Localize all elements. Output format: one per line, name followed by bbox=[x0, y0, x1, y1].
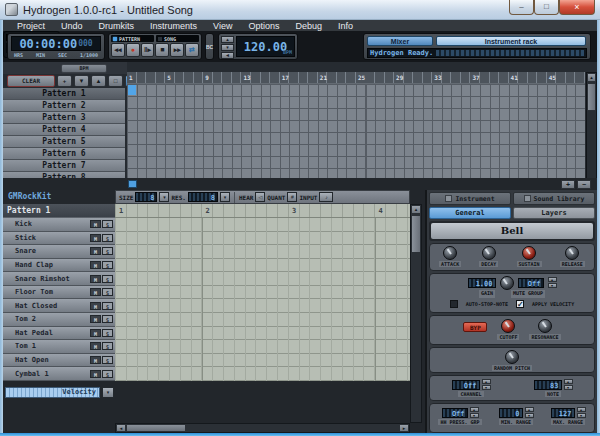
stop-button[interactable]: ■ bbox=[155, 43, 169, 57]
song-timeline-ruler[interactable]: 15913172125293337414549 bbox=[127, 72, 585, 84]
horizontal-scroll-thumb[interactable] bbox=[126, 424, 186, 432]
tab-sound-library[interactable]: Sound library bbox=[513, 192, 595, 205]
rewind-button[interactable]: ◂◂ bbox=[111, 43, 125, 57]
pattern-row-6[interactable]: Pattern 6 bbox=[3, 148, 125, 160]
pattern-row-7[interactable]: Pattern 7 bbox=[3, 160, 125, 172]
forward-button[interactable]: ▸▸ bbox=[170, 43, 184, 57]
pattern-row-1[interactable]: Pattern 1 bbox=[3, 88, 125, 100]
metronome-button[interactable]: ◄ bbox=[221, 52, 234, 59]
active-sequence-cell[interactable] bbox=[128, 85, 136, 95]
pattern-editor-vertical-scrollbar[interactable]: ▴ bbox=[410, 204, 422, 423]
spin-up-icon[interactable]: ▴ bbox=[548, 277, 557, 282]
song-editor-vertical-scrollbar[interactable]: ▴ bbox=[586, 72, 597, 180]
instrument-row-kick[interactable]: KickMS bbox=[3, 218, 115, 232]
pattern-row-2[interactable]: Pattern 2 bbox=[3, 100, 125, 112]
tab-layers[interactable]: Layers bbox=[513, 207, 595, 219]
tab-instrument[interactable]: Instrument bbox=[429, 192, 511, 205]
note-property-dropdown-button[interactable]: ▾ bbox=[102, 387, 114, 398]
note-grid[interactable] bbox=[115, 218, 410, 381]
pattern-row-3[interactable]: Pattern 3 bbox=[3, 112, 125, 124]
solo-button[interactable]: S bbox=[102, 220, 113, 228]
clear-pattern-sequence-button[interactable]: CLEAR bbox=[7, 75, 55, 87]
apply-velocity-checkbox[interactable] bbox=[516, 300, 524, 308]
mute-button[interactable]: M bbox=[90, 220, 101, 228]
solo-button[interactable]: S bbox=[102, 329, 113, 337]
menu-item-options[interactable]: Options bbox=[240, 21, 287, 31]
spin-down-icon[interactable]: ▾ bbox=[525, 413, 534, 418]
zoom-out-button[interactable]: − bbox=[577, 180, 591, 189]
instrument-row-hand-clap[interactable]: Hand ClapMS bbox=[3, 259, 115, 273]
solo-button[interactable]: S bbox=[102, 315, 113, 323]
instrument-row-tom-2[interactable]: Tom 2MS bbox=[3, 313, 115, 327]
solo-button[interactable]: S bbox=[102, 247, 113, 255]
quantize-button[interactable]: # bbox=[287, 192, 297, 202]
select-mode-button[interactable]: □ bbox=[108, 75, 123, 87]
max-range-spinner[interactable]: ▴ ▾ bbox=[577, 407, 586, 418]
note-spinner[interactable]: ▴ ▾ bbox=[564, 379, 573, 390]
song-mode-toggle[interactable]: SONG bbox=[156, 35, 199, 42]
add-pattern-button[interactable]: + bbox=[57, 75, 72, 87]
mute-button[interactable]: M bbox=[90, 342, 101, 350]
resonance-knob[interactable] bbox=[538, 319, 552, 333]
instrument-row-hat-open[interactable]: Hat OpenMS bbox=[3, 354, 115, 368]
spin-down-icon[interactable]: ▾ bbox=[577, 413, 586, 418]
spin-up-icon[interactable]: ▴ bbox=[564, 379, 573, 384]
instrument-row-floor-tom[interactable]: Floor TomMS bbox=[3, 286, 115, 300]
mute-button[interactable]: M bbox=[90, 356, 101, 364]
loop-button[interactable]: ⇄ bbox=[185, 43, 199, 57]
beat-counter-button[interactable]: BC bbox=[205, 33, 214, 60]
solo-button[interactable]: S bbox=[102, 234, 113, 242]
spin-down-icon[interactable]: ▾ bbox=[548, 283, 557, 288]
solo-button[interactable]: S bbox=[102, 275, 113, 283]
random-pitch-knob[interactable] bbox=[505, 350, 519, 364]
instrument-row-hat-closed[interactable]: Hat ClosedMS bbox=[3, 299, 115, 313]
menu-item-instruments[interactable]: Instruments bbox=[142, 21, 205, 31]
instrument-row-hat-pedal[interactable]: Hat PedalMS bbox=[3, 327, 115, 341]
mute-button[interactable]: M bbox=[90, 329, 101, 337]
menu-item-undo[interactable]: Undo bbox=[53, 21, 91, 31]
spin-up-icon[interactable]: ▴ bbox=[482, 379, 491, 384]
maximize-button[interactable]: □ bbox=[534, 0, 559, 15]
piano-input-button[interactable]: ♪ bbox=[319, 192, 333, 202]
spin-down-icon[interactable]: ▾ bbox=[564, 385, 573, 390]
solo-button[interactable]: S bbox=[102, 288, 113, 296]
hh-pressure-group-spinner[interactable]: ▴ ▾ bbox=[470, 407, 479, 418]
minimize-button[interactable]: – bbox=[509, 0, 534, 15]
instrument-rack-button[interactable]: Instrument rack bbox=[436, 36, 586, 46]
menu-item-view[interactable]: View bbox=[205, 21, 240, 31]
gain-knob[interactable] bbox=[500, 276, 514, 290]
channel-spinner[interactable]: ▴ ▾ bbox=[482, 379, 491, 390]
instrument-row-snare-rimshot[interactable]: Snare RimshotMS bbox=[3, 272, 115, 286]
record-button[interactable]: ● bbox=[126, 43, 140, 57]
sustain-knob[interactable] bbox=[522, 246, 536, 260]
attack-knob[interactable] bbox=[443, 246, 457, 260]
pattern-row-5[interactable]: Pattern 5 bbox=[3, 136, 125, 148]
mute-button[interactable]: M bbox=[90, 261, 101, 269]
play-pause-button[interactable]: ‖▸ bbox=[141, 43, 155, 57]
size-dropdown-button[interactable]: ▾ bbox=[159, 192, 169, 202]
menu-item-drumkits[interactable]: Drumkits bbox=[91, 21, 143, 31]
tab-general[interactable]: General bbox=[429, 207, 511, 219]
hear-notes-button[interactable]: ◁ bbox=[255, 192, 265, 202]
spin-up-icon[interactable]: ▴ bbox=[525, 407, 534, 412]
move-pattern-up-button[interactable]: ▲ bbox=[91, 75, 106, 87]
release-knob[interactable] bbox=[565, 246, 579, 260]
mute-button[interactable]: M bbox=[90, 234, 101, 242]
spin-down-icon[interactable]: ▾ bbox=[482, 385, 491, 390]
menu-item-project[interactable]: Project bbox=[9, 21, 53, 31]
vertical-scroll-thumb[interactable] bbox=[411, 215, 421, 253]
bpm-up-button[interactable]: ▴ bbox=[221, 36, 234, 43]
timeline-bpm-button[interactable]: BPM bbox=[61, 64, 107, 73]
cutoff-knob[interactable] bbox=[501, 319, 515, 333]
min-range-spinner[interactable]: ▴ ▾ bbox=[525, 407, 534, 418]
solo-button[interactable]: S bbox=[102, 342, 113, 350]
instrument-row-tom-1[interactable]: Tom 1MS bbox=[3, 340, 115, 354]
horizontal-scroll-thumb[interactable] bbox=[128, 180, 137, 188]
menu-item-debug[interactable]: Debug bbox=[287, 21, 330, 31]
solo-button[interactable]: S bbox=[102, 370, 113, 378]
scroll-up-button[interactable]: ▴ bbox=[411, 205, 421, 214]
solo-button[interactable]: S bbox=[102, 302, 113, 310]
scroll-up-button[interactable]: ▴ bbox=[587, 73, 596, 82]
menu-item-info[interactable]: Info bbox=[330, 21, 361, 31]
vertical-scroll-thumb[interactable] bbox=[587, 83, 596, 111]
